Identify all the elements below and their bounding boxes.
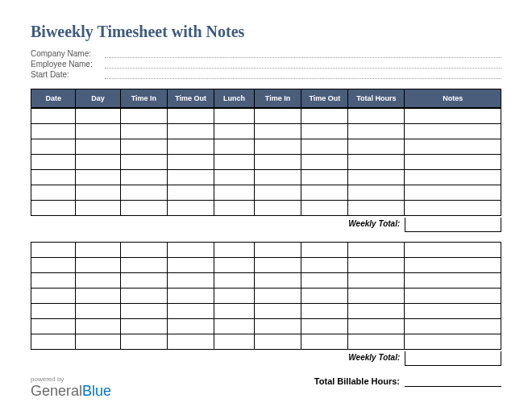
employee-label: Employee Name:	[31, 60, 105, 68]
week2-total-row: Weekly Total:	[31, 351, 501, 366]
header-day: Day	[76, 89, 120, 108]
week1-grid	[31, 108, 501, 216]
footer: powered by GeneralBlue Total Billable Ho…	[31, 376, 501, 400]
startdate-line[interactable]	[105, 71, 501, 79]
page-title: Biweekly Timesheet with Notes	[31, 23, 501, 41]
table-row	[31, 201, 501, 216]
table-row	[31, 185, 501, 201]
week1-total-row: Weekly Total:	[31, 218, 501, 232]
header-timein2: Time In	[254, 89, 301, 108]
table-row	[31, 155, 501, 170]
startdate-label: Start Date:	[31, 70, 105, 79]
billable-block: Total Billable Hours:	[256, 376, 501, 387]
table-row	[31, 139, 501, 155]
table-row	[31, 304, 501, 319]
startdate-field: Start Date:	[31, 70, 501, 79]
header-total: Total Hours	[348, 89, 405, 108]
header-timeout2: Time Out	[301, 89, 348, 108]
header-timein: Time In	[120, 89, 167, 108]
header-date: Date	[31, 89, 76, 108]
column-headers: Date Day Time In Time Out Lunch Time In …	[31, 89, 501, 108]
week2-total-label: Weekly Total:	[306, 351, 405, 366]
week1-total-box[interactable]	[405, 218, 501, 232]
header-timeout: Time Out	[168, 89, 214, 108]
header-notes: Notes	[405, 89, 501, 108]
week2-grid	[31, 242, 501, 350]
employee-field: Employee Name:	[31, 60, 501, 68]
company-field: Company Name:	[31, 49, 501, 58]
table-row	[31, 109, 501, 124]
employee-line[interactable]	[105, 60, 501, 68]
billable-line[interactable]	[405, 376, 501, 387]
brand-logo: GeneralBlue	[31, 383, 256, 400]
table-row	[31, 124, 501, 139]
week2-total-box[interactable]	[405, 351, 501, 366]
company-line[interactable]	[105, 50, 501, 58]
table-row	[31, 273, 501, 289]
table-row	[31, 243, 501, 258]
powered-by-label: powered by	[31, 376, 256, 383]
table-row	[31, 334, 501, 350]
table-row	[31, 289, 501, 304]
brand-part2: Blue	[82, 383, 111, 399]
header-lunch: Lunch	[214, 89, 255, 108]
company-label: Company Name:	[31, 49, 105, 58]
table-row	[31, 170, 501, 185]
table-row	[31, 258, 501, 273]
week1-total-label: Weekly Total:	[306, 218, 405, 232]
table-row	[31, 319, 501, 334]
billable-label: Total Billable Hours:	[256, 376, 405, 386]
brand-part1: General	[31, 383, 82, 399]
brand-block: powered by GeneralBlue	[31, 376, 256, 400]
